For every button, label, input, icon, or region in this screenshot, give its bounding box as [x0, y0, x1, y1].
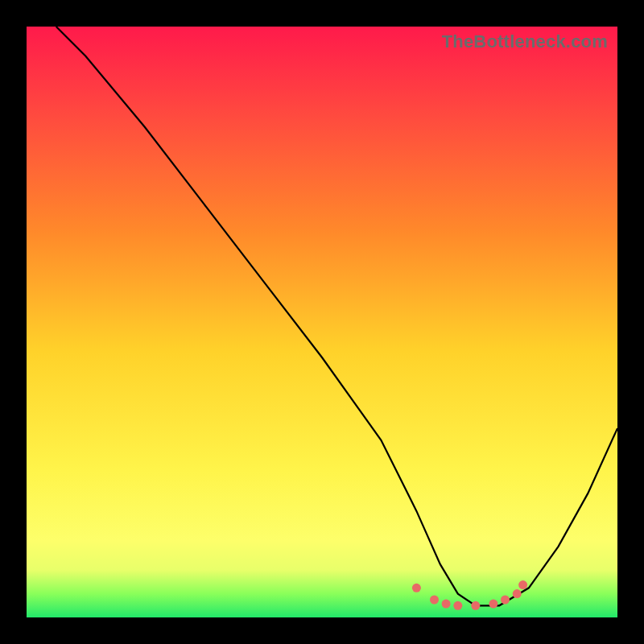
highlight-dots [412, 580, 527, 610]
highlight-dot [412, 584, 421, 592]
highlight-dot [453, 601, 462, 610]
attribution-label: TheBottleneck.com [442, 31, 608, 52]
highlight-dot [489, 600, 497, 609]
highlight-dot [471, 601, 480, 610]
highlight-dot [442, 600, 451, 609]
curve-layer [27, 27, 617, 617]
bottleneck-curve [56, 27, 617, 605]
highlight-dot [518, 580, 527, 589]
plot-area: TheBottleneck.com [27, 27, 617, 617]
highlight-dot [430, 596, 439, 605]
highlight-dot [513, 589, 522, 598]
highlight-dot [501, 596, 510, 605]
chart-container: TheBottleneck.com [0, 0, 644, 644]
